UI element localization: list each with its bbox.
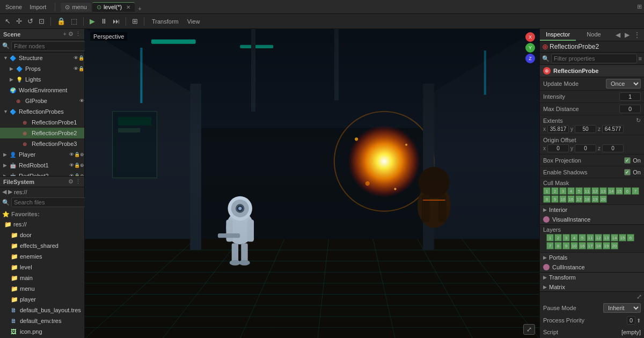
toolbar-pause-btn[interactable]: ⏸ [99,16,109,26]
scene-menu-btn[interactable]: Scene [2,3,25,11]
cull-cell-16[interactable]: 16 [567,195,575,203]
layer-15[interactable]: 15 [619,234,626,241]
origin-x-value[interactable]: 0 [547,144,569,152]
cull-cell-14[interactable]: 14 [608,187,615,195]
layer-17[interactable]: 17 [587,242,594,249]
layer-3[interactable]: 3 [562,234,570,241]
tab-level[interactable]: ⊙ level(*) ✕ [92,2,135,12]
fs-item-effects-shared[interactable]: 📁 effects_shared [0,240,84,251]
tab-close-icon[interactable]: ✕ [126,4,130,10]
pause-mode-select[interactable]: Inherit Stop Process [603,303,641,313]
box-projection-checkbox[interactable]: ✓ On [624,157,641,164]
fs-item-main[interactable]: 📁 main [0,273,84,283]
layer-7[interactable]: 7 [546,242,554,249]
layer-4[interactable]: 4 [570,234,578,241]
extents-y-value[interactable]: 50 [575,125,596,133]
insp-refresh-btn[interactable]: ↻ [636,117,641,124]
scene-filter-input[interactable] [11,41,91,51]
toolbar-rotate-btn[interactable]: ↺ [26,16,35,26]
fs-back-btn[interactable]: ◀ [2,188,6,195]
tab-inspector[interactable]: Inspector [540,29,576,41]
insp-forward-btn[interactable]: ▶ [623,31,631,39]
max-distance-value[interactable]: 0 [619,105,641,113]
cull-cell-6[interactable]: 6 [624,187,631,195]
cull-cell-10[interactable]: 10 [559,195,567,203]
enable-shadows-checkbox[interactable]: ✓ On [624,169,641,175]
toolbar-group-btn[interactable]: ⬚ [69,16,79,26]
cull-cell-5[interactable]: 5 [575,187,583,195]
tree-item-redrobot2[interactable]: ▶ 🤖 RedRobot2 👁 🔒 ⊕ [0,171,84,176]
tree-item-reflectionprobe2[interactable]: ⊕ ReflectionProbe2 [0,128,84,138]
fs-search-input[interactable] [11,197,91,207]
enable-shadows-check[interactable]: ✓ [624,169,631,175]
toolbar-select-btn[interactable]: ↖ [3,16,12,26]
fs-more-icon[interactable]: ⋮ [75,178,81,185]
cull-cell-3[interactable]: 3 [559,187,567,195]
insp-section-portals[interactable]: ▶ Portals [540,253,644,262]
insp-back-btn[interactable]: ◀ [614,31,622,39]
insp-expand-btn[interactable]: ⤢ [636,293,642,300]
layer-6[interactable]: 6 [627,234,634,241]
toolbar-scale-btn[interactable]: ⊡ [37,16,46,26]
origin-z-value[interactable]: 0 [602,144,624,152]
layer-11[interactable]: 11 [587,234,594,241]
cull-cell-17[interactable]: 17 [575,195,583,203]
viewport-expand-btn[interactable]: ⤢ [523,324,535,335]
tree-item-reflectionprobes[interactable]: ▼ 🔷 ReflectionProbes [0,106,84,117]
viewport-x-axis[interactable]: X [525,32,535,42]
fs-item-level[interactable]: 📁 level [0,262,84,273]
tree-item-redrobot1[interactable]: ▶ 🤖 RedRobot1 👁 🔒 ⊕ [0,160,84,171]
toolbar-step-btn[interactable]: ⏭ [111,16,121,26]
insp-filter-more-icon[interactable]: ≡ [639,55,642,62]
cull-cell-15[interactable]: 15 [616,187,623,195]
tree-item-giprobe[interactable]: ⊕ GIProbe 👁 [0,95,84,106]
priority-spinner[interactable]: ⬆ [636,318,641,324]
cull-cell-12[interactable]: 12 [591,187,599,195]
cull-cell-1[interactable]: 1 [543,187,551,195]
panel-more-icon[interactable]: ⋮ [75,31,81,38]
box-projection-check[interactable]: ✓ [624,157,631,164]
extents-z-value[interactable]: 64.577 [602,125,624,133]
tree-item-structure[interactable]: ▼ 🔷 Structure 👁 🔒 [0,53,84,63]
fs-settings-icon[interactable]: ⚙ [68,178,74,185]
cull-cell-19[interactable]: 19 [591,195,599,203]
toolbar-grid-btn[interactable]: ⊞ [130,16,140,26]
tab-menu[interactable]: ⊙ menu [61,3,91,12]
viewport-y-axis[interactable]: Y [525,43,535,53]
fs-item-default-bus[interactable]: 🗎 default_bus_layout.tres [0,305,84,315]
fs-item-enemies[interactable]: 📁 enemies [0,251,84,262]
intensity-value[interactable]: 1 [619,92,641,101]
transform-menu-btn[interactable]: Transform [149,17,182,26]
toolbar-play-btn[interactable]: ▶ [88,16,97,26]
insp-filter-input[interactable] [551,54,637,63]
fs-item-door[interactable]: 📁 door [0,230,84,240]
insp-section-matrix[interactable]: ▶ Matrix [540,282,644,291]
add-tab-btn[interactable]: + [136,5,143,12]
toolbar-lock-btn[interactable]: 🔒 [55,16,67,26]
cull-cell-13[interactable]: 13 [599,187,607,195]
layer-16[interactable]: 16 [579,242,586,249]
fs-item-menu[interactable]: 📁 menu [0,283,84,294]
tab-node[interactable]: Node [576,29,612,41]
cull-cell-8[interactable]: 8 [543,195,551,203]
tree-item-reflectionprobe1[interactable]: ⊕ ReflectionProbe1 [0,117,84,128]
extents-x-value[interactable]: 35.817 [547,125,569,133]
cull-cell-4[interactable]: 4 [567,187,575,195]
fs-forward-btn[interactable]: ▶ [8,188,12,195]
fs-item-default-env[interactable]: 🗎 default_env.tres [0,315,84,326]
update-mode-select[interactable]: Once Always [606,79,641,89]
cull-cell-20[interactable]: 20 [599,195,607,203]
tree-item-lights[interactable]: ▶ 💡 Lights [0,74,84,85]
fs-item-res[interactable]: 📁 res:// [0,219,84,230]
cull-cell-9[interactable]: 9 [551,195,559,203]
layer-9[interactable]: 9 [562,242,570,249]
layer-14[interactable]: 14 [611,234,618,241]
toolbar-move-btn[interactable]: ✢ [14,16,24,26]
import-menu-btn[interactable]: Import [26,3,49,11]
cull-cell-2[interactable]: 2 [551,187,559,195]
layer-8[interactable]: 8 [554,242,562,249]
view-menu-btn[interactable]: View [184,17,203,26]
layer-19[interactable]: 19 [603,242,610,249]
process-priority-value[interactable]: 0 [627,316,635,325]
insp-section-transform[interactable]: ▶ Transform [540,273,644,282]
